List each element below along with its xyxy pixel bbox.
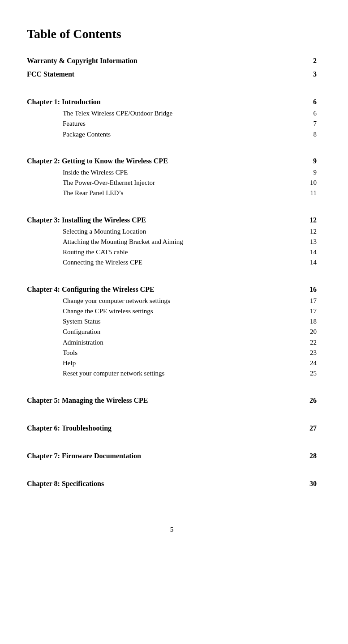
toc-chapter-page: 26	[274, 386, 317, 407]
page-title: Table of Contents	[27, 27, 317, 41]
toc-sub-page: 23	[274, 348, 317, 358]
toc-chapter-page: 16	[274, 275, 317, 296]
toc-sub-label: Connecting the Wireless CPE	[27, 257, 274, 268]
toc-sub-page: 6	[274, 108, 317, 119]
toc-sub-entry: Routing the CAT5 cable 14	[27, 247, 317, 257]
toc-table: Warranty & Copyright Information 2 FCC S…	[27, 54, 317, 490]
toc-sub-entry: System Status 18	[27, 316, 317, 327]
page-footer: 5	[27, 526, 317, 533]
toc-chapter-label: Chapter 5: Managing the Wireless CPE	[27, 386, 274, 407]
toc-chapter: Chapter 4: Configuring the Wireless CPE …	[27, 275, 317, 296]
toc-sub-entry: Reset your computer network settings 25	[27, 368, 317, 379]
toc-sub-entry: Administration 22	[27, 337, 317, 348]
toc-sub-page: 22	[274, 337, 317, 348]
toc-sub-entry: Change the CPE wireless settings 17	[27, 306, 317, 316]
toc-chapter-page: 6	[274, 88, 317, 108]
toc-entry-top: Warranty & Copyright Information 2	[27, 54, 317, 67]
toc-sub-entry: The Rear Panel LED’s 11	[27, 188, 317, 198]
toc-sub-page: 12	[274, 226, 317, 237]
toc-sub-label: Administration	[27, 337, 274, 348]
toc-sub-page: 11	[274, 188, 317, 198]
toc-sub-entry: The Telex Wireless CPE/Outdoor Bridge 6	[27, 108, 317, 119]
toc-sub-label: Routing the CAT5 cable	[27, 247, 274, 257]
toc-entry-top: FCC Statement 3	[27, 67, 317, 81]
toc-chapter-label: Chapter 1: Introduction	[27, 88, 274, 108]
toc-sub-label: Change the CPE wireless settings	[27, 306, 274, 316]
toc-chapter-label: Chapter 8: Specifications	[27, 469, 274, 490]
toc-chapter: Chapter 3: Installing the Wireless CPE 1…	[27, 206, 317, 226]
toc-sub-page: 17	[274, 296, 317, 306]
toc-sub-page: 8	[274, 129, 317, 140]
toc-sub-page: 10	[274, 178, 317, 188]
toc-sub-label: The Rear Panel LED’s	[27, 188, 274, 198]
toc-sub-label: Reset your computer network settings	[27, 368, 274, 379]
toc-chapter-label: Chapter 7: Firmware Documentation	[27, 442, 274, 462]
toc-sub-label: Configuration	[27, 327, 274, 337]
toc-sub-label: Help	[27, 358, 274, 368]
toc-sub-entry: Selecting a Mounting Location 12	[27, 226, 317, 237]
toc-sub-page: 14	[274, 257, 317, 268]
toc-sub-page: 17	[274, 306, 317, 316]
toc-sub-entry: Configuration 20	[27, 327, 317, 337]
toc-sub-entry: Help 24	[27, 358, 317, 368]
toc-chapter-label: Chapter 4: Configuring the Wireless CPE	[27, 275, 274, 296]
toc-sub-label: Package Contents	[27, 129, 274, 140]
toc-sub-entry: Change your computer network settings 17	[27, 296, 317, 306]
toc-chapter-label: Chapter 2: Getting to Know the Wireless …	[27, 147, 274, 167]
toc-sub-page: 18	[274, 316, 317, 327]
toc-chapter: Chapter 1: Introduction 6	[27, 88, 317, 108]
toc-sub-label: Tools	[27, 348, 274, 358]
toc-page: 2	[274, 54, 317, 67]
toc-chapter-label: Chapter 6: Troubleshooting	[27, 414, 274, 435]
toc-sub-page: 20	[274, 327, 317, 337]
toc-label: Warranty & Copyright Information	[27, 54, 274, 67]
toc-sub-label: System Status	[27, 316, 274, 327]
toc-chapter: Chapter 5: Managing the Wireless CPE 26	[27, 386, 317, 407]
toc-sub-entry: Features 7	[27, 119, 317, 129]
toc-label: FCC Statement	[27, 67, 274, 81]
toc-sub-entry: Attaching the Mounting Bracket and Aimin…	[27, 237, 317, 247]
toc-sub-page: 9	[274, 167, 317, 178]
toc-sub-label: Features	[27, 119, 274, 129]
toc-chapter: Chapter 8: Specifications 30	[27, 469, 317, 490]
toc-chapter: Chapter 6: Troubleshooting 27	[27, 414, 317, 435]
toc-sub-entry: Package Contents 8	[27, 129, 317, 140]
toc-chapter: Chapter 7: Firmware Documentation 28	[27, 442, 317, 462]
toc-sub-entry: Tools 23	[27, 348, 317, 358]
toc-chapter: Chapter 2: Getting to Know the Wireless …	[27, 147, 317, 167]
toc-chapter-page: 28	[274, 442, 317, 462]
toc-chapter-page: 30	[274, 469, 317, 490]
toc-sub-label: Attaching the Mounting Bracket and Aimin…	[27, 237, 274, 247]
toc-sub-label: Selecting a Mounting Location	[27, 226, 274, 237]
toc-sub-label: Inside the Wireless CPE	[27, 167, 274, 178]
toc-sub-page: 13	[274, 237, 317, 247]
toc-page: 3	[274, 67, 317, 81]
toc-sub-label: The Telex Wireless CPE/Outdoor Bridge	[27, 108, 274, 119]
toc-sub-entry: The Power-Over-Ethernet Injector 10	[27, 178, 317, 188]
toc-chapter-page: 27	[274, 414, 317, 435]
toc-chapter-page: 12	[274, 206, 317, 226]
toc-sub-label: The Power-Over-Ethernet Injector	[27, 178, 274, 188]
toc-sub-page: 25	[274, 368, 317, 379]
toc-sub-page: 24	[274, 358, 317, 368]
toc-chapter-page: 9	[274, 147, 317, 167]
toc-sub-page: 14	[274, 247, 317, 257]
toc-sub-entry: Inside the Wireless CPE 9	[27, 167, 317, 178]
toc-sub-entry: Connecting the Wireless CPE 14	[27, 257, 317, 268]
toc-sub-page: 7	[274, 119, 317, 129]
toc-sub-label: Change your computer network settings	[27, 296, 274, 306]
toc-chapter-label: Chapter 3: Installing the Wireless CPE	[27, 206, 274, 226]
